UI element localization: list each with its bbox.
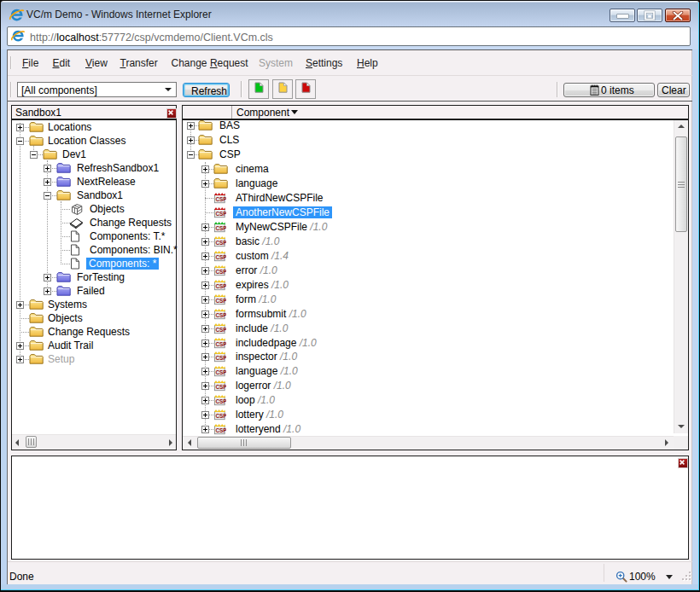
- svg-text:CSP: CSP: [215, 369, 226, 375]
- svg-text:CSP: CSP: [215, 298, 226, 304]
- svg-text:CSP: CSP: [215, 341, 226, 347]
- svg-text:CSP: CSP: [215, 240, 226, 246]
- svg-text:CSP: CSP: [215, 269, 226, 275]
- svg-text:CSP: CSP: [215, 196, 226, 202]
- svg-text:CSP: CSP: [215, 427, 226, 433]
- svg-text:CSP: CSP: [215, 225, 226, 231]
- svg-text:CSP: CSP: [215, 384, 226, 390]
- svg-text:CSP: CSP: [215, 398, 226, 404]
- svg-text:CSP: CSP: [215, 211, 226, 217]
- svg-text:CSP: CSP: [215, 355, 226, 361]
- svg-text:CSP: CSP: [215, 283, 226, 289]
- svg-text:CSP: CSP: [215, 327, 226, 333]
- svg-text:CSP: CSP: [215, 254, 226, 260]
- svg-text:CSP: CSP: [215, 413, 226, 419]
- svg-text:CSP: CSP: [215, 312, 226, 318]
